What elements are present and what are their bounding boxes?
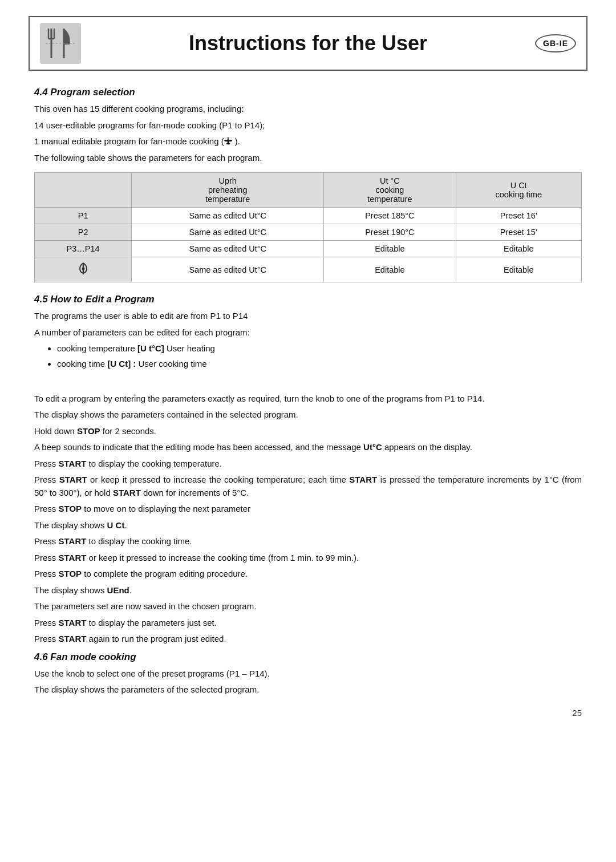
- table-cell-uct: Preset 16': [456, 208, 582, 224]
- fan-mode-icon: [75, 261, 91, 277]
- section-45-p11: Press STOP to complete the program editi…: [34, 568, 582, 581]
- section-45-p14: Press START to display the parameters ju…: [34, 617, 582, 630]
- table-cell-uprh: Same as edited Ut°C: [132, 224, 324, 241]
- table-header-utc: Ut °Ccookingtemperature: [324, 173, 456, 208]
- section-45-p13: The parameters set are now saved in the …: [34, 600, 582, 613]
- table-row: P3…P14 Same as edited Ut°C Editable Edit…: [35, 241, 582, 257]
- table-header-uct: U Ctcooking time: [456, 173, 582, 208]
- section-45-p6: Press START or keep it pressed to increa…: [34, 474, 582, 499]
- svg-point-9: [82, 268, 84, 270]
- section-45-p2: The display shows the parameters contain…: [34, 408, 582, 422]
- table-cell-utc: Editable: [324, 257, 456, 282]
- table-cell-utc: Editable: [324, 241, 456, 257]
- section-45-p4: A beep sounds to indicate that the editi…: [34, 441, 582, 454]
- table-header-uprh: Uprhpreheatingtemperature: [132, 173, 324, 208]
- section-45: 4.5 How to Edit a Program The programs t…: [34, 294, 582, 646]
- table-cell-program: P1: [35, 208, 132, 224]
- table-header-0: [35, 173, 132, 208]
- table-cell-utc: Preset 185°C: [324, 208, 456, 224]
- section-44-intro4: The following table shows the parameters…: [34, 152, 582, 165]
- program-table: Uprhpreheatingtemperature Ut °Ccookingte…: [34, 172, 582, 282]
- section-46: 4.6 Fan mode cooking Use the knob to sel…: [34, 651, 582, 697]
- main-content: 4.4 Program selection This oven has 15 d…: [34, 87, 582, 697]
- table-cell-uct: Editable: [456, 241, 582, 257]
- section-44: 4.4 Program selection This oven has 15 d…: [34, 87, 582, 282]
- section-45-para1: The programs the user is able to edit ar…: [34, 310, 582, 323]
- section-46-para2: The display shows the parameters of the …: [34, 683, 582, 697]
- table-cell-uct: Editable: [456, 257, 582, 282]
- section-44-intro3: 1 manual editable program for fan-mode c…: [34, 135, 582, 148]
- section-45-p8: The display shows U Ct.: [34, 519, 582, 532]
- page-header: Instructions for the User GB-IE: [29, 16, 587, 71]
- section-45-p1: To edit a program by entering the parame…: [34, 392, 582, 406]
- section-45-heading: 4.5 How to Edit a Program: [34, 294, 582, 305]
- section-45-p15: Press START again to run the program jus…: [34, 633, 582, 646]
- bullet-item: cooking temperature [U t°C] User heating: [57, 342, 582, 355]
- section-44-intro2: 14 user-editable programs for fan-mode c…: [34, 119, 582, 132]
- section-44-intro1: This oven has 15 different cooking progr…: [34, 103, 582, 116]
- section-45-p3: Hold down STOP for 2 seconds.: [34, 425, 582, 438]
- section-45-para2: A number of parameters can be edited for…: [34, 326, 582, 339]
- region-badge: GB-IE: [535, 34, 576, 52]
- table-cell-fan-icon: [35, 257, 132, 282]
- page-title: Instructions for the User: [81, 31, 535, 55]
- page-number: 25: [34, 708, 582, 718]
- table-cell-program: P2: [35, 224, 132, 241]
- table-cell-uprh: Same as edited Ut°C: [132, 257, 324, 282]
- table-row: P2 Same as edited Ut°C Preset 190°C Pres…: [35, 224, 582, 241]
- section-46-heading: 4.6 Fan mode cooking: [34, 651, 582, 663]
- section-45-edit-intro: [34, 376, 582, 389]
- table-cell-utc: Preset 190°C: [324, 224, 456, 241]
- table-cell-program: P3…P14: [35, 241, 132, 257]
- section-45-p12: The display shows UEnd.: [34, 584, 582, 597]
- table-cell-uprh: Same as edited Ut°C: [132, 241, 324, 257]
- table-cell-uprh: Same as edited Ut°C: [132, 208, 324, 224]
- section-46-para1: Use the knob to select one of the preset…: [34, 667, 582, 681]
- section-44-heading: 4.4 Program selection: [34, 87, 582, 98]
- section-45-bullets: cooking temperature [U t°C] User heating…: [57, 342, 582, 370]
- table-row: Same as edited Ut°C Editable Editable: [35, 257, 582, 282]
- table-cell-uct: Preset 15': [456, 224, 582, 241]
- section-45-p9: Press START to display the cooking time.: [34, 535, 582, 548]
- bullet-item: cooking time [U Ct] : User cooking time: [57, 358, 582, 371]
- section-45-p7: Press STOP to move on to displaying the …: [34, 503, 582, 516]
- section-45-p10: Press START or keep it pressed to increa…: [34, 552, 582, 565]
- table-row: P1 Same as edited Ut°C Preset 185°C Pres…: [35, 208, 582, 224]
- section-45-p5: Press START to display the cooking tempe…: [34, 458, 582, 471]
- logo-icon: [40, 23, 81, 64]
